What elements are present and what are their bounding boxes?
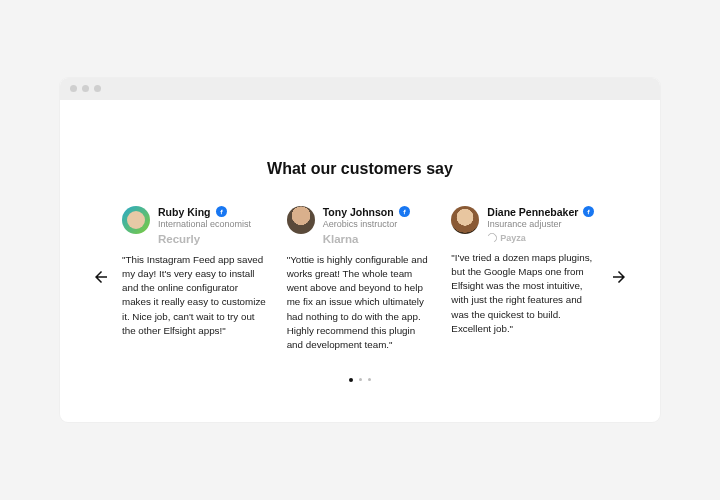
testimonials-section: What our customers say Ruby King: [60, 100, 660, 422]
browser-frame: What our customers say Ruby King: [60, 78, 660, 422]
author-role: International economist: [158, 219, 269, 229]
page-dot[interactable]: [368, 378, 371, 381]
avatar: [451, 206, 479, 234]
facebook-badge-icon: [399, 206, 410, 217]
testimonial-card: Tony Johnson Aerobics instructor Klarna …: [287, 206, 434, 352]
window-title-bar: [60, 78, 660, 100]
page-dot[interactable]: [359, 378, 362, 381]
testimonial-card: Diane Pennebaker Insurance adjuster Payz…: [451, 206, 598, 352]
next-arrow[interactable]: [608, 266, 630, 288]
avatar: [287, 206, 315, 234]
facebook-badge-icon: [583, 206, 594, 217]
author-company: Klarna: [323, 233, 434, 245]
author-company: Recurly: [158, 233, 269, 245]
arrow-left-icon: [92, 268, 110, 286]
prev-arrow[interactable]: [90, 266, 112, 288]
testimonial-quote: "I've tried a dozen maps plugins, but th…: [451, 251, 598, 336]
author-block: Diane Pennebaker Insurance adjuster Payz…: [487, 206, 598, 243]
author-role: Insurance adjuster: [487, 219, 598, 229]
page-dot[interactable]: [349, 378, 353, 382]
card-header: Tony Johnson Aerobics instructor Klarna: [287, 206, 434, 245]
window-dot: [70, 85, 77, 92]
author-name: Tony Johnson: [323, 206, 394, 218]
author-name: Ruby King: [158, 206, 211, 218]
testimonial-quote: "Yottie is highly configurable and works…: [287, 253, 434, 352]
testimonial-quote: "This Instagram Feed app saved my day! I…: [122, 253, 269, 338]
avatar: [122, 206, 150, 234]
facebook-badge-icon: [216, 206, 227, 217]
card-header: Ruby King International economist Recurl…: [122, 206, 269, 245]
author-block: Ruby King International economist Recurl…: [158, 206, 269, 245]
pagination-dots: [90, 378, 630, 382]
window-dot: [94, 85, 101, 92]
testimonial-cards: Ruby King International economist Recurl…: [122, 206, 598, 352]
testimonial-card: Ruby King International economist Recurl…: [122, 206, 269, 352]
author-role: Aerobics instructor: [323, 219, 434, 229]
card-header: Diane Pennebaker Insurance adjuster Payz…: [451, 206, 598, 243]
author-name: Diane Pennebaker: [487, 206, 578, 218]
window-dot: [82, 85, 89, 92]
section-heading: What our customers say: [90, 160, 630, 178]
arrow-right-icon: [610, 268, 628, 286]
testimonial-carousel: Ruby King International economist Recurl…: [90, 206, 630, 352]
author-block: Tony Johnson Aerobics instructor Klarna: [323, 206, 434, 245]
author-company: Payza: [487, 233, 598, 243]
